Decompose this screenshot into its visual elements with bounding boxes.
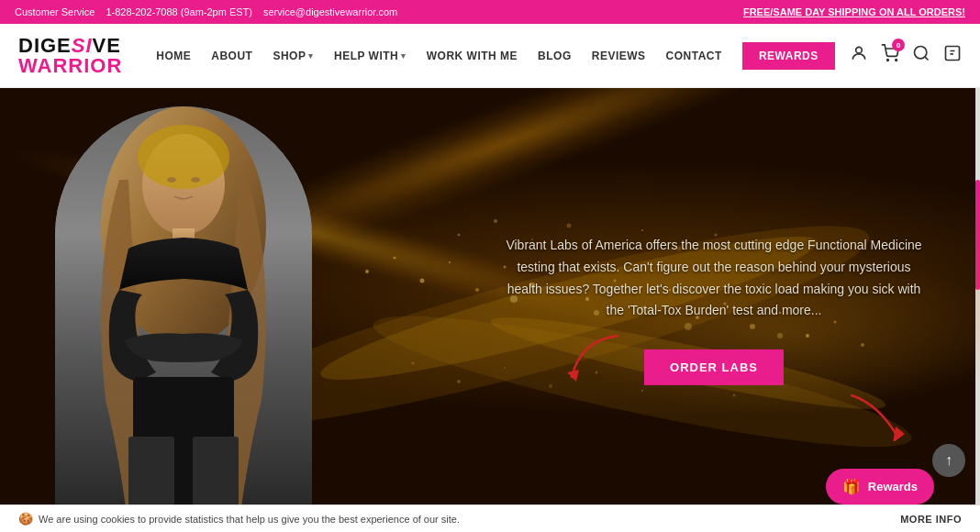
nav-about[interactable]: ABOUT [211,50,252,62]
rewards-float-icon: 🎁 [842,478,861,495]
rewards-float-label: Rewards [868,480,918,493]
phone-number: 1-828-202-7088 (9am-2pm EST) [106,6,252,17]
logo[interactable]: DIGEsiVE WARRIOR [18,36,128,76]
cart-icon[interactable]: 0 [881,44,899,67]
nav-contact[interactable]: CONTACT [666,50,722,62]
nav-reviews[interactable]: REVIEWS [592,50,646,62]
svg-point-0 [856,47,863,53]
top-bar: Customer Service 1-828-202-7088 (9am-2pm… [0,0,980,24]
nav-help[interactable]: HELP WITH ▾ [334,50,406,62]
more-info-button[interactable]: MORE INFO [900,514,962,525]
customer-service-label: Customer Service [15,6,95,17]
cookie-text: 🍪 We are using cookies to provide statis… [18,512,460,526]
rewards-float-button[interactable]: 🎁 Rewards [826,469,934,504]
person-silhouette [55,106,312,528]
top-bar-left: Customer Service 1-828-202-7088 (9am-2pm… [15,6,397,17]
profile-icon[interactable] [943,44,962,67]
rewards-nav-button[interactable]: REWARDS [742,42,835,70]
svg-point-54 [191,177,200,183]
email-address: service@digestivewarrior.com [263,6,397,17]
search-icon[interactable] [912,44,930,67]
nav-links: HOME ABOUT SHOP ▾ HELP WITH ▾ WORK WITH … [156,42,835,70]
svg-point-3 [915,47,927,59]
nav-blog[interactable]: BLOG [538,50,572,62]
nav-work[interactable]: WORK WITH ME [427,50,518,62]
logo-bottom: WARRIOR [18,56,128,76]
person-frame [55,106,312,528]
nav-shop[interactable]: SHOP ▾ [273,50,314,62]
scroll-top-icon: ↑ [945,452,952,469]
cookie-bar: 🍪 We are using cookies to provide statis… [0,504,980,532]
scroll-to-top-button[interactable]: ↑ [932,444,965,477]
help-chevron: ▾ [401,51,406,61]
navbar: DIGEsiVE WARRIOR HOME ABOUT SHOP ▾ HELP … [0,24,980,88]
account-icon[interactable] [850,44,868,67]
nav-home[interactable]: HOME [156,50,191,62]
shipping-promo-link[interactable]: FREE/SAME DAY SHIPPING ON ALL ORDERS! [743,6,965,17]
hero-section: Vibrant Labs of America offers the most … [0,88,980,532]
svg-line-4 [925,57,929,61]
cookie-icon: 🍪 [18,512,33,526]
logo-italic: si [72,34,93,57]
nav-icons: 0 [850,44,962,67]
order-labs-button[interactable]: ORDER LABS [644,349,784,385]
svg-point-53 [167,177,176,183]
hero-description: Vibrant Labs of America offers the most … [503,235,925,322]
svg-point-1 [887,60,889,61]
svg-point-52 [138,125,229,189]
logo-top: DIGEsiVE [18,36,128,56]
shop-chevron: ▾ [308,51,314,61]
cookie-message: We are using cookies to provide statisti… [39,514,460,525]
hero-content: Vibrant Labs of America offers the most … [503,235,925,385]
cart-badge: 0 [892,39,905,51]
svg-point-2 [896,60,897,61]
top-bar-right[interactable]: FREE/SAME DAY SHIPPING ON ALL ORDERS! [743,6,965,17]
